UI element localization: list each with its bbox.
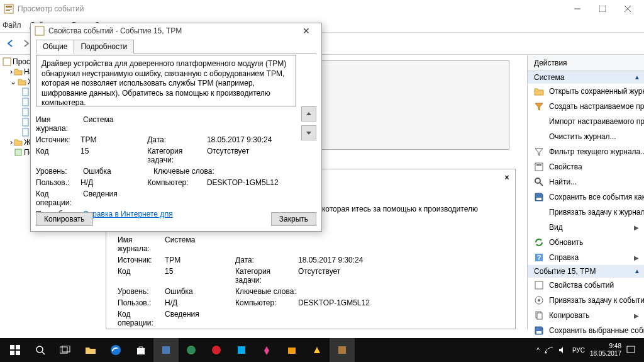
journal-icon (21, 118, 30, 127)
svg-rect-19 (23, 118, 28, 126)
task-view-button[interactable] (53, 338, 78, 362)
level-value: Ошибка (165, 287, 235, 296)
collapse-icon[interactable]: ▲ (634, 74, 640, 81)
tray-network-icon[interactable] (545, 346, 553, 354)
refresh-icon (534, 237, 544, 247)
action-filter-log[interactable]: Фильтр текущего журнала... (528, 144, 644, 159)
journal-icon (21, 128, 30, 137)
date-value: 18.05.2017 9:30:24 (298, 256, 392, 264)
back-button[interactable] (4, 37, 18, 50)
action-label: Вид (549, 223, 563, 232)
save-icon (534, 325, 544, 336)
action-save-all[interactable]: Сохранить все события как... (528, 189, 644, 205)
svg-rect-40 (10, 351, 14, 355)
explorer-button[interactable] (78, 338, 103, 362)
action-label: Фильтр текущего журнала... (549, 147, 644, 156)
action-properties[interactable]: Свойства (528, 159, 644, 174)
minimize-button[interactable] (565, 1, 590, 16)
level-label: Уровень: (118, 287, 165, 296)
action-refresh[interactable]: Обновить (528, 235, 644, 250)
tray-volume-icon[interactable] (558, 346, 567, 354)
log-icon (3, 57, 11, 66)
window-title-bar: Просмотр событий (0, 0, 644, 18)
tray-clock[interactable]: 9:4818.05.2017 (590, 342, 621, 358)
action-create-view[interactable]: Создать настраиваемое предста… (528, 99, 644, 114)
svg-rect-22 (535, 163, 543, 171)
taskbar-app-4[interactable] (229, 338, 254, 362)
taskbar-app-8[interactable] (330, 338, 355, 362)
close-button[interactable]: Закрыть (271, 212, 316, 226)
store-button[interactable] (128, 338, 153, 362)
date-value: 18.05.2017 9:30:24 (207, 135, 296, 144)
detail-close-icon[interactable]: × (502, 173, 511, 182)
prev-event-button[interactable] (301, 106, 316, 122)
action-help[interactable]: ?Справка▶ (528, 250, 644, 265)
tab-details[interactable]: Подробности (74, 40, 134, 54)
search-icon (534, 177, 544, 187)
tray-language[interactable]: РУС (572, 347, 585, 354)
action-import-view[interactable]: Импорт настраиваемого предста… (528, 114, 644, 129)
properties-icon (534, 280, 544, 290)
app-icon (4, 4, 14, 14)
action-label: Справка (549, 253, 579, 262)
action-save-selected[interactable]: Сохранить выбранные события... (528, 323, 644, 338)
svg-rect-3 (6, 10, 10, 11)
svg-rect-23 (536, 164, 541, 166)
close-button[interactable] (615, 1, 640, 16)
maximize-button[interactable] (590, 1, 615, 16)
cat-label: Категория задачи: (235, 267, 298, 285)
tab-general[interactable]: Общие (36, 40, 74, 54)
taskbar-app-2[interactable] (179, 338, 204, 362)
edge-button[interactable] (103, 338, 128, 362)
svg-rect-37 (35, 26, 44, 35)
dialog-close-button[interactable]: ✕ (295, 24, 318, 38)
action-event-props[interactable]: Свойства событий (528, 278, 644, 293)
svg-point-53 (545, 352, 547, 354)
action-view[interactable]: Вид▶ (528, 220, 644, 235)
taskbar[interactable]: ^ РУС 9:4818.05.2017 (0, 338, 644, 362)
action-open-saved[interactable]: Открыть сохраненный журнал... (528, 84, 644, 99)
source-value: TPM (165, 256, 235, 264)
action-label: Найти... (549, 178, 577, 186)
collapse-icon[interactable]: ▲ (634, 268, 640, 274)
taskbar-app-1[interactable] (153, 338, 179, 362)
user-label: Пользов.: (36, 178, 80, 187)
taskbar-app-5[interactable] (254, 338, 279, 362)
action-copy[interactable]: Копировать▶ (528, 308, 644, 323)
user-label: Пользов.: (118, 298, 165, 307)
taskbar-app-6[interactable] (279, 338, 304, 362)
notifications-button[interactable] (626, 346, 635, 354)
system-tray[interactable]: ^ РУС 9:4818.05.2017 (536, 342, 641, 358)
action-label: Открыть сохраненный журнал... (549, 87, 644, 96)
action-find[interactable]: Найти... (528, 174, 644, 189)
source-value: TPM (80, 135, 147, 144)
action-attach-event[interactable]: Привязать задачу к событию... (528, 293, 644, 308)
action-clear-log[interactable]: Очистить журнал... (528, 129, 644, 144)
dialog-title-bar[interactable]: Свойства событий - Событие 15, TPM ✕ (31, 23, 321, 38)
log-value: Система (83, 115, 153, 133)
search-button[interactable] (28, 338, 53, 362)
svg-rect-38 (10, 345, 14, 349)
action-label: Копировать (549, 311, 590, 320)
event-properties-dialog: Свойства событий - Событие 15, TPM ✕ Общ… (30, 23, 322, 232)
taskbar-app-3[interactable] (204, 338, 229, 362)
menu-file[interactable]: Файл (3, 21, 21, 30)
svg-point-42 (36, 346, 43, 353)
action-label: Обновить (549, 238, 583, 247)
tray-chevron-icon[interactable]: ^ (536, 347, 540, 354)
action-label: Привязать задачу к журналу... (549, 208, 644, 217)
subs-icon (14, 148, 23, 157)
next-event-button[interactable] (301, 125, 316, 140)
svg-rect-26 (536, 198, 541, 200)
submenu-arrow-icon: ▶ (634, 254, 639, 261)
copy-button[interactable]: Копировать (36, 212, 93, 226)
taskbar-app-7[interactable] (304, 338, 330, 362)
properties-icon (534, 162, 544, 172)
start-button[interactable] (3, 338, 28, 362)
svg-rect-54 (627, 346, 635, 353)
action-label: Создать настраиваемое предста… (549, 102, 644, 111)
blank-icon (534, 207, 544, 217)
svg-rect-20 (23, 128, 28, 136)
action-attach-task[interactable]: Привязать задачу к журналу... (528, 205, 644, 220)
blank-icon (534, 132, 544, 142)
